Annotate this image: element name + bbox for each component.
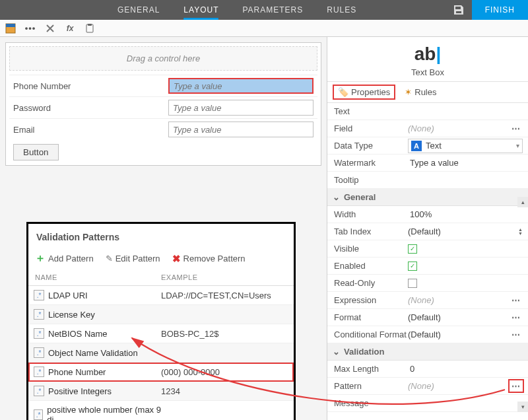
plus-icon: ＋: [35, 252, 46, 265]
pattern-example: BOBS-PC_12$: [161, 329, 288, 339]
field-label: Email: [13, 125, 168, 135]
tab-properties[interactable]: 🏷️ Properties: [334, 86, 394, 98]
field-label: Phone Number: [13, 81, 168, 91]
rules-icon: ✶: [405, 87, 412, 97]
prop-text[interactable]: Text: [327, 103, 528, 120]
pattern-name: License Key: [48, 310, 95, 320]
datatype-dropdown[interactable]: AText▾: [408, 139, 523, 153]
tab-general[interactable]: GENERAL: [106, 0, 172, 20]
finish-button[interactable]: FINISH: [472, 0, 528, 20]
group-validation[interactable]: ⌄Validation: [327, 343, 528, 361]
validation-patterns-dialog: Validation Patterns ＋Add Pattern ✎Edit P…: [26, 222, 296, 420]
scroll-down-button[interactable]: ▾: [517, 402, 528, 412]
form-canvas: Drag a control here Phone Number Passwor…: [5, 42, 321, 166]
readonly-checkbox[interactable]: ✓: [408, 279, 417, 288]
condformat-picker-button[interactable]: ⋯: [510, 329, 523, 340]
text-value[interactable]: [408, 104, 523, 118]
pattern-example: 1234: [161, 386, 288, 396]
properties-list: Text Field (None)⋯ Data Type AText▾ Wate…: [327, 103, 528, 412]
visible-checkbox[interactable]: ✓: [408, 244, 417, 254]
scroll-up-button[interactable]: ▴: [517, 197, 528, 207]
form-row-email[interactable]: Email: [9, 118, 317, 140]
pattern-row[interactable]: .*positive whole number (max 9 di...: [28, 401, 294, 420]
prop-field[interactable]: Field (None)⋯: [327, 120, 528, 137]
prop-readonly[interactable]: Read-Only ✓: [327, 275, 528, 292]
width-value[interactable]: [408, 207, 523, 221]
paste-icon[interactable]: [84, 23, 95, 34]
pattern-example: LDAP://DC=TEST,CN=Users: [161, 291, 288, 300]
prop-visible[interactable]: Visible ✓: [327, 240, 528, 258]
message-value[interactable]: [408, 396, 523, 410]
prop-pattern[interactable]: Pattern (None)⋯: [327, 378, 528, 395]
chevron-down-icon: ⌄: [333, 192, 340, 202]
button-control[interactable]: Button: [13, 144, 59, 160]
regex-icon: .*: [34, 347, 44, 358]
tooltip-value[interactable]: [408, 173, 523, 187]
prop-datatype[interactable]: Data Type AText▾: [327, 137, 528, 155]
chevron-down-icon: ▾: [516, 142, 519, 149]
prop-expression[interactable]: Expression (None)⋯: [327, 292, 528, 309]
pattern-name: Object Name Validation: [48, 348, 138, 358]
pattern-row[interactable]: .*LDAP URILDAP://DC=TEST,CN=Users: [28, 286, 294, 305]
pattern-row[interactable]: .*Phone Number(000) 000-0000: [28, 363, 294, 382]
field-picker-button[interactable]: ⋯: [510, 123, 523, 134]
properties-icon: 🏷️: [338, 87, 348, 97]
x-icon: ✖: [172, 253, 181, 265]
tab-parameters[interactable]: PARAMETERS: [230, 0, 315, 20]
svg-rect-3: [88, 24, 92, 26]
tabindex-stepper[interactable]: ▲▼: [518, 228, 523, 236]
field-label: Password: [13, 103, 168, 113]
prop-watermark[interactable]: Watermark: [327, 155, 528, 172]
pattern-name: Positive Integers: [48, 386, 112, 396]
pattern-picker-button[interactable]: ⋯: [510, 380, 523, 392]
email-input[interactable]: [168, 122, 314, 137]
phone-input[interactable]: [168, 78, 314, 94]
password-input[interactable]: [168, 100, 314, 116]
remove-pattern-button[interactable]: ✖Remove Pattern: [172, 253, 246, 265]
cut-icon[interactable]: [45, 23, 55, 34]
prop-tabindex[interactable]: Tab Index (Default)▲▼: [327, 223, 528, 240]
pattern-name: NetBIOS Name: [48, 329, 108, 339]
group-general[interactable]: ⌄General: [327, 189, 528, 206]
format-picker-button[interactable]: ⋯: [510, 312, 523, 323]
pattern-row[interactable]: .*License Key: [28, 305, 294, 324]
pattern-row[interactable]: .*Positive Integers1234: [28, 382, 294, 401]
design-toolbar: ••• fx: [0, 20, 528, 37]
tab-prop-rules[interactable]: ✶ Rules: [401, 86, 440, 98]
prop-tooltip[interactable]: Tooltip: [327, 172, 528, 189]
maxlength-value[interactable]: [408, 362, 523, 376]
save-icon[interactable]: [446, 0, 472, 20]
prop-format[interactable]: Format (Default)⋯: [327, 309, 528, 326]
pattern-name: LDAP URI: [48, 291, 88, 300]
regex-icon: .*: [34, 367, 44, 377]
expression-picker-button[interactable]: ⋯: [510, 295, 523, 306]
prop-condformat[interactable]: Conditional Format (Default)⋯: [327, 326, 528, 343]
enabled-checkbox[interactable]: ✓: [408, 262, 417, 271]
text-type-icon: A: [411, 141, 422, 151]
pattern-name: positive whole number (max 9 di...: [47, 405, 161, 420]
pattern-row[interactable]: .*NetBIOS NameBOBS-PC_12$: [28, 324, 294, 343]
tab-layout[interactable]: LAYOUT: [172, 0, 230, 20]
textbox-icon: ab|: [327, 44, 528, 65]
pattern-name: Phone Number: [48, 367, 106, 377]
prop-message[interactable]: Message: [327, 395, 528, 412]
regex-icon: .*: [34, 290, 44, 300]
form-row-password[interactable]: Password: [9, 96, 317, 118]
prop-width[interactable]: Width: [327, 206, 528, 223]
form-row-phone[interactable]: Phone Number: [9, 75, 317, 96]
dots-icon[interactable]: •••: [25, 23, 36, 34]
tab-rules[interactable]: RULES: [315, 0, 368, 20]
control-type-label: Text Box: [327, 67, 528, 77]
prop-maxlength[interactable]: Max Length: [327, 361, 528, 378]
fx-icon[interactable]: fx: [65, 23, 75, 34]
dialog-title: Validation Patterns: [28, 224, 294, 248]
col-name: NAME: [35, 273, 161, 281]
pattern-row[interactable]: .*Object Name Validation: [28, 343, 294, 363]
toolbox-icon[interactable]: [5, 23, 16, 34]
pattern-example: (000) 000-0000: [161, 367, 288, 377]
add-pattern-button[interactable]: ＋Add Pattern: [35, 252, 94, 265]
prop-enabled[interactable]: Enabled ✓: [327, 258, 528, 275]
watermark-value[interactable]: [408, 156, 523, 170]
edit-pattern-button[interactable]: ✎Edit Pattern: [106, 254, 160, 263]
col-example: EXAMPLE: [161, 273, 287, 281]
